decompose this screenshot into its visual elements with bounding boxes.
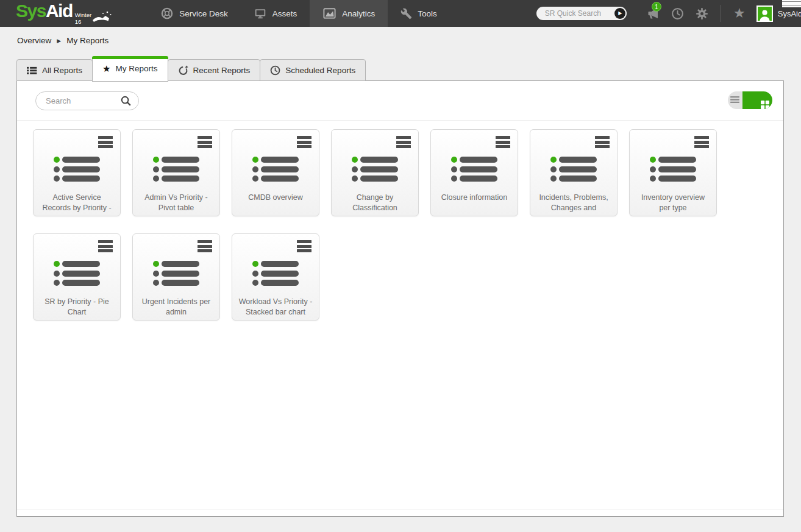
nav-analytics-label: Analytics <box>342 9 375 18</box>
wrench-icon <box>400 8 412 20</box>
report-thumbnail <box>54 157 100 185</box>
history-clock-icon[interactable] <box>670 4 686 23</box>
breadcrumb-overview[interactable]: Overview <box>17 36 51 45</box>
user-menu[interactable]: SysAid Administrator ▶ <box>756 5 801 22</box>
chart-icon <box>322 7 336 21</box>
card-menu-icon[interactable] <box>198 136 212 150</box>
report-thumbnail <box>54 261 100 289</box>
avatar <box>756 5 773 22</box>
list-view-icon <box>730 96 740 105</box>
report-thumbnail <box>650 157 696 185</box>
reports-panel: Active Service Records by Priority - Piv… <box>16 80 784 517</box>
report-card-title: Incidents, Problems, Changes and Request… <box>534 193 613 215</box>
corner-handle[interactable] <box>782 0 801 7</box>
report-card-title: Workload Vs Priority - Stacked bar chart <box>236 297 315 319</box>
sr-quick-search: ▶ <box>536 7 627 20</box>
report-card-title: Inventory overview per type <box>633 193 713 215</box>
tab-all-reports[interactable]: All Reports <box>16 59 93 81</box>
card-menu-icon[interactable] <box>198 240 212 254</box>
report-tabs: All Reports ★ My Reports Recent Reports <box>16 56 365 81</box>
report-card-title: SR by Priority - Pie Chart <box>37 297 116 319</box>
logo-aid-text: Aid <box>46 1 73 21</box>
report-thumbnail <box>352 157 398 185</box>
report-card-title: Urgent Incidents per admin <box>137 297 216 319</box>
report-card[interactable]: Workload Vs Priority - Stacked bar chart <box>232 233 319 321</box>
report-thumbnail <box>252 261 299 289</box>
nav-assets-label: Assets <box>272 9 297 18</box>
notification-badge: 1 <box>652 2 661 12</box>
card-menu-icon[interactable] <box>297 240 312 254</box>
topbar-divider <box>721 5 721 22</box>
grid-view-icon <box>760 100 770 109</box>
settings-gear-icon[interactable] <box>694 4 710 23</box>
star-icon: ★ <box>102 64 110 73</box>
view-toggle <box>728 91 772 109</box>
card-menu-icon[interactable] <box>694 136 709 150</box>
tab-scheduled-reports[interactable]: Scheduled Reports <box>260 59 366 81</box>
report-card[interactable]: Change by Classification <box>331 129 419 216</box>
report-card[interactable]: Active Service Records by Priority - Piv… <box>33 129 121 216</box>
card-menu-icon[interactable] <box>297 136 312 150</box>
announcements-megaphone-icon[interactable]: 1 <box>646 4 661 23</box>
report-thumbnail <box>153 157 199 185</box>
nav-assets[interactable]: Assets <box>241 0 310 27</box>
quick-search-go-button[interactable]: ▶ <box>614 8 625 19</box>
card-menu-icon[interactable] <box>595 136 610 150</box>
report-card-title: Change by Classification <box>335 193 415 215</box>
nav-analytics[interactable]: Analytics <box>310 0 388 27</box>
report-card[interactable]: Admin Vs Priority - Pivot table <box>132 129 220 216</box>
play-icon: ▶ <box>618 11 622 16</box>
tab-scheduled-reports-label: Scheduled Reports <box>285 66 355 75</box>
report-thumbnail <box>252 157 299 185</box>
list-icon <box>27 66 37 75</box>
nav-service-desk[interactable]: Service Desk <box>148 0 241 27</box>
logo-edition: Winter 16 <box>75 11 112 27</box>
nav-service-desk-label: Service Desk <box>179 9 228 18</box>
tab-my-reports[interactable]: ★ My Reports <box>92 56 168 82</box>
reports-grid: Active Service Records by Priority - Piv… <box>17 121 783 338</box>
tab-recent-reports-label: Recent Reports <box>193 66 251 75</box>
refresh-icon <box>178 65 188 76</box>
report-card[interactable]: Incidents, Problems, Changes and Request… <box>530 129 618 216</box>
topbar-icons: 1 <box>641 4 801 23</box>
panel-footer <box>17 509 783 516</box>
logo-edition-text: Winter 16 <box>75 12 91 25</box>
user-name: SysAid Administrator <box>778 9 801 18</box>
card-menu-icon[interactable] <box>98 136 113 150</box>
report-card[interactable]: Urgent Incidents per admin <box>132 233 220 321</box>
grid-view-button[interactable] <box>742 91 773 109</box>
report-card-title: Admin Vs Priority - Pivot table <box>137 193 216 215</box>
report-card[interactable]: Inventory overview per type <box>629 129 717 216</box>
sr-quick-search-input[interactable] <box>544 9 614 18</box>
list-view-button[interactable] <box>728 91 742 109</box>
report-thumbnail <box>153 261 199 289</box>
card-menu-icon[interactable] <box>98 240 113 254</box>
report-thumbnail <box>550 157 597 185</box>
report-card[interactable]: SR by Priority - Pie Chart <box>33 233 121 321</box>
card-menu-icon[interactable] <box>496 136 510 150</box>
main-nav: Service Desk Assets <box>148 0 450 27</box>
breadcrumb-separator-icon: ▶ <box>57 38 61 44</box>
search-input[interactable] <box>44 96 120 106</box>
card-menu-icon[interactable] <box>396 136 411 150</box>
screen: SysAid Winter 16 <box>0 0 801 532</box>
report-card-title: Closure information <box>435 193 514 215</box>
report-card[interactable]: Closure information <box>430 129 518 216</box>
search-icon[interactable] <box>120 95 132 107</box>
report-card-title: Active Service Records by Priority - Piv… <box>37 193 116 215</box>
report-thumbnail <box>451 157 497 185</box>
breadcrumb-my-reports[interactable]: My Reports <box>66 36 109 45</box>
topbar: SysAid Winter 16 <box>0 0 801 27</box>
life-ring-icon <box>160 7 174 20</box>
search-box <box>35 91 139 110</box>
nav-tools-label: Tools <box>418 9 437 18</box>
tab-recent-reports[interactable]: Recent Reports <box>168 59 261 81</box>
clock-icon <box>270 65 280 76</box>
monitor-icon <box>254 7 267 20</box>
report-card[interactable]: CMDB overview <box>232 129 319 216</box>
sysaid-logo[interactable]: SysAid Winter 16 <box>16 1 112 27</box>
sleigh-icon <box>91 11 112 27</box>
favorites-star-icon[interactable]: ★ <box>732 4 747 23</box>
nav-tools[interactable]: Tools <box>388 0 450 27</box>
report-card-title: CMDB overview <box>236 193 315 215</box>
